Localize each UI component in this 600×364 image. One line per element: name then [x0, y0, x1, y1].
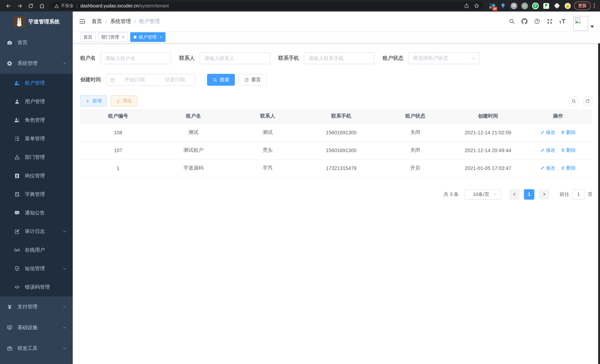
tab-租户管理[interactable]: 租户管理× — [130, 32, 166, 42]
edit-link[interactable]: 修改 — [540, 165, 555, 171]
search-button[interactable]: 搜索 — [207, 74, 235, 86]
cell-created: 2021-12-14 21:02:09 — [453, 123, 523, 141]
sidebar-item-系统管理[interactable]: 系统管理 — [0, 53, 73, 74]
gauge-icon — [7, 40, 13, 46]
announcement-icon — [14, 210, 20, 216]
sidebar-item-在线用户[interactable]: 在线用户 — [0, 241, 73, 259]
reset-button[interactable]: 重置 — [239, 74, 266, 86]
sidebar-item-label: 角色管理 — [25, 117, 45, 123]
cell-phone: 15601691300 — [305, 141, 378, 159]
fullscreen-icon[interactable] — [547, 18, 553, 25]
sidebar-logo-row[interactable]: 芋道管理系统 — [0, 11, 73, 32]
sidebar-item-错误码管理[interactable]: 错误码管理 — [0, 278, 73, 297]
delete-link[interactable]: 删除 — [561, 129, 576, 136]
help-icon[interactable] — [534, 18, 540, 25]
breadcrumb-home[interactable]: 首页 — [92, 18, 102, 25]
extensions-puzzle-icon[interactable] — [554, 2, 560, 9]
sidebar-item-支付管理[interactable]: ¥支付管理 — [0, 297, 73, 317]
prev-page-button[interactable] — [509, 189, 519, 199]
breadcrumb-separator: / — [105, 18, 107, 24]
share-icon[interactable] — [464, 3, 469, 9]
export-button[interactable]: 导出 — [111, 95, 137, 106]
delete-link[interactable]: 删除 — [561, 165, 576, 171]
sidebar-item-租户管理[interactable]: 租户管理 — [0, 74, 73, 92]
column-header: 操作 — [523, 109, 593, 123]
sidebar-item-审计日志[interactable]: 审计日志 — [0, 222, 73, 241]
security-warning-icon[interactable] — [54, 3, 59, 8]
cell-created: 2021-01-05 17:03:47 — [453, 159, 523, 177]
cell-contact: 芋艿 — [231, 159, 305, 177]
refresh-table-button[interactable] — [582, 96, 593, 106]
badge-icon — [14, 173, 20, 179]
header-search-icon[interactable] — [509, 18, 515, 25]
sidebar-item-字典管理[interactable]: 字典管理 — [0, 185, 73, 204]
add-button[interactable]: 新增 — [80, 95, 107, 106]
sidebar-toggle-icon[interactable] — [79, 18, 86, 25]
sidebar-item-通知公告[interactable]: 通知公告 — [0, 204, 73, 222]
tenant-name-filter: 租户名 — [80, 52, 171, 64]
sidebar-item-菜单管理[interactable]: 菜单管理 — [0, 130, 73, 148]
toolbar-right — [569, 96, 593, 106]
extension-balloon-icon[interactable] — [500, 2, 506, 9]
bookmark-star-icon[interactable] — [474, 3, 479, 9]
edit-link[interactable]: 修改 — [540, 147, 555, 154]
extension-y-icon[interactable]: Y — [532, 2, 539, 9]
sidebar-item-首页[interactable]: 首页 — [0, 32, 73, 53]
table-row: 108测试测试15601691300关闭2021-12-14 21:02:09修… — [80, 123, 593, 141]
phone-input[interactable] — [304, 52, 375, 64]
sidebar-item-岗位管理[interactable]: 岗位管理 — [0, 167, 73, 185]
date-range-picker[interactable]: 开始日期 - 结束日期 — [106, 74, 195, 86]
page-scrollbar[interactable] — [598, 11, 600, 364]
browser-update-button[interactable]: 更新 — [574, 1, 591, 10]
font-size-icon[interactable]: TT — [559, 18, 565, 25]
tab-label: 部门管理 — [101, 34, 119, 40]
github-icon[interactable] — [521, 18, 528, 25]
search-icon — [213, 77, 217, 82]
browser-menu-icon[interactable] — [594, 3, 595, 8]
toggle-search-button[interactable] — [569, 96, 579, 106]
extension-recorder-icon[interactable] — [521, 2, 528, 9]
error-code-icon — [14, 284, 20, 290]
tab-首页[interactable]: 首页 — [80, 32, 96, 42]
end-date-placeholder: 结束日期 — [159, 76, 191, 83]
extension-flag-icon[interactable] — [543, 2, 550, 9]
url-text[interactable]: dashboard.yudao.iocoder.cn/system/tenant — [80, 3, 459, 8]
contact-input[interactable] — [200, 52, 270, 64]
audit-log-icon — [14, 229, 20, 234]
browser-back-icon[interactable] — [6, 3, 11, 9]
tenant-name-input[interactable] — [101, 52, 171, 64]
profile-avatar-icon[interactable] — [564, 2, 571, 9]
close-icon[interactable]: × — [122, 35, 125, 39]
sidebar-item-短信管理[interactable]: 短信管理 — [0, 259, 73, 278]
next-page-button[interactable] — [539, 189, 549, 199]
extension-grid-icon[interactable]: 10 — [489, 2, 496, 9]
yen-icon: ¥ — [7, 304, 13, 310]
sidebar-item-label: 首页 — [18, 39, 28, 46]
browser-omnibox[interactable]: 不安全 dashboard.yudao.iocoder.cn/system/te… — [50, 1, 483, 10]
sidebar-item-label: 研发工具 — [18, 345, 38, 352]
breadcrumb-system[interactable]: 系统管理 — [110, 18, 131, 25]
page-size-select[interactable]: 10条/页 — [465, 189, 501, 199]
tab-部门管理[interactable]: 部门管理× — [98, 32, 128, 42]
extension-command-icon[interactable]: ⌘ — [511, 2, 517, 9]
sidebar-item-label: 支付管理 — [18, 304, 38, 310]
browser-reload-icon[interactable] — [28, 3, 34, 9]
status-select[interactable]: 请选择租户状态 — [408, 52, 480, 64]
delete-link[interactable]: 删除 — [561, 147, 576, 154]
extension-badge: 10 — [492, 7, 497, 10]
sidebar-item-研发工具[interactable]: 研发工具 — [0, 338, 73, 359]
users-icon — [14, 80, 20, 86]
sidebar-item-label: 基础设施 — [18, 324, 38, 331]
current-page-button[interactable]: 1 — [524, 189, 534, 199]
sidebar-item-角色管理[interactable]: 角色管理 — [0, 111, 73, 130]
goto-page-input[interactable] — [572, 189, 585, 199]
online-users-icon — [14, 247, 20, 253]
sidebar-item-用户管理[interactable]: 用户管理 — [0, 92, 73, 111]
sidebar-item-基础设施[interactable]: 基础设施 — [0, 317, 73, 338]
close-icon[interactable]: × — [159, 35, 162, 39]
edit-link[interactable]: 修改 — [540, 129, 555, 136]
browser-forward-icon[interactable] — [17, 3, 23, 9]
browser-home-icon[interactable] — [39, 3, 45, 9]
user-avatar-menu[interactable] — [573, 12, 594, 31]
sidebar-item-部门管理[interactable]: 部门管理 — [0, 148, 73, 167]
